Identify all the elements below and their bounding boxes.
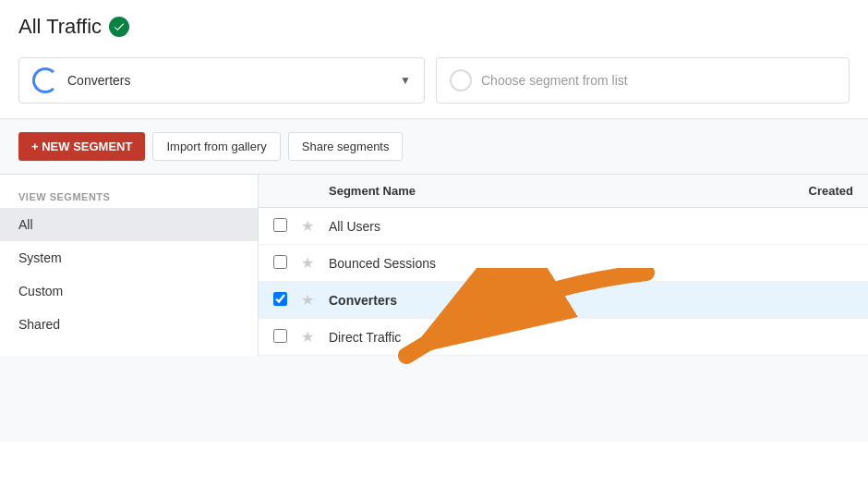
header-name-col: Segment Name bbox=[329, 184, 742, 198]
table-header-row: Segment Name Created bbox=[259, 175, 868, 208]
sidebar-item-shared[interactable]: Shared bbox=[0, 308, 258, 341]
checkbox-direct[interactable] bbox=[273, 329, 287, 343]
sidebar-item-custom[interactable]: Custom bbox=[0, 274, 258, 308]
segment-name-direct: Direct Traffic bbox=[329, 330, 742, 345]
table-row: ★ All Users bbox=[259, 208, 868, 245]
page-header: All Traffic bbox=[0, 0, 868, 50]
segment-name-converters: Converters bbox=[329, 293, 742, 308]
verified-icon bbox=[109, 17, 129, 37]
sidebar-section-label: VIEW SEGMENTS bbox=[0, 184, 258, 208]
table-row: ★ Converters bbox=[259, 282, 868, 319]
row-checkbox-bounced[interactable] bbox=[273, 255, 301, 272]
share-segments-button[interactable]: Share segments bbox=[288, 132, 404, 161]
checkbox-all-users[interactable] bbox=[273, 218, 287, 232]
segments-sidebar: VIEW SEGMENTS All System Custom Shared bbox=[0, 175, 259, 356]
row-checkbox-direct[interactable] bbox=[273, 329, 301, 346]
star-icon: ★ bbox=[301, 218, 314, 234]
segments-table-area: VIEW SEGMENTS All System Custom Shared S… bbox=[0, 174, 868, 356]
segment-choose-placeholder: Choose segment from list bbox=[481, 73, 628, 88]
star-all-users[interactable]: ★ bbox=[301, 217, 329, 235]
table-row: ★ Direct Traffic bbox=[259, 319, 868, 356]
star-icon: ★ bbox=[301, 292, 314, 308]
header-star-col bbox=[301, 184, 329, 198]
page-title: All Traffic bbox=[18, 15, 102, 39]
checkbox-converters[interactable] bbox=[273, 292, 287, 306]
segment-dropdown-2[interactable]: Choose segment from list bbox=[436, 57, 850, 103]
segment-empty-icon bbox=[450, 69, 472, 91]
star-bounced[interactable]: ★ bbox=[301, 254, 329, 272]
segment-dropdown-1[interactable]: Converters ▼ bbox=[18, 57, 425, 103]
segment-loading-icon bbox=[32, 67, 58, 93]
segment-selectors-row: Converters ▼ Choose segment from list bbox=[0, 50, 868, 118]
main-content: + NEW SEGMENT Import from gallery Share … bbox=[0, 118, 868, 442]
row-checkbox-all-users[interactable] bbox=[273, 218, 301, 235]
star-converters[interactable]: ★ bbox=[301, 291, 329, 309]
segments-toolbar: + NEW SEGMENT Import from gallery Share … bbox=[0, 119, 868, 174]
table-row: ★ Bounced Sessions bbox=[259, 245, 868, 282]
segment-name-all-users: All Users bbox=[329, 219, 742, 234]
header-check-col bbox=[273, 184, 301, 198]
star-icon: ★ bbox=[301, 329, 314, 345]
sidebar-item-all[interactable]: All bbox=[0, 208, 258, 241]
new-segment-button[interactable]: + NEW SEGMENT bbox=[18, 132, 145, 161]
checkbox-bounced[interactable] bbox=[273, 255, 287, 269]
segments-table: Segment Name Created ★ All Users bbox=[259, 175, 868, 356]
header-created-col: Created bbox=[742, 184, 853, 198]
row-checkbox-converters[interactable] bbox=[273, 292, 301, 309]
sidebar-item-system[interactable]: System bbox=[0, 241, 258, 274]
import-from-gallery-button[interactable]: Import from gallery bbox=[152, 132, 280, 161]
star-direct[interactable]: ★ bbox=[301, 328, 329, 346]
segment-dropdown-label: Converters bbox=[67, 73, 391, 88]
star-icon: ★ bbox=[301, 255, 314, 271]
chevron-down-icon: ▼ bbox=[400, 74, 411, 87]
segment-name-bounced: Bounced Sessions bbox=[329, 256, 742, 271]
